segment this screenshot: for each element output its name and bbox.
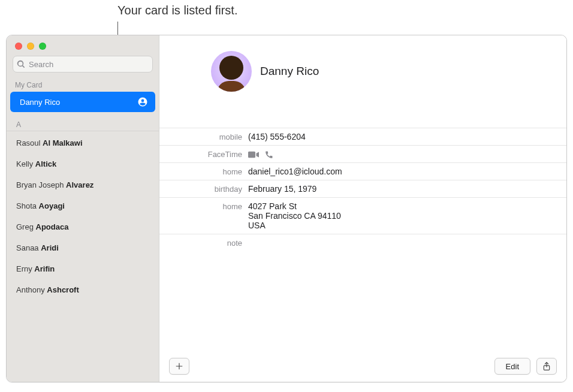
search-field[interactable]: [13, 56, 153, 73]
contact-row[interactable]: Rasoul Al Malkawi: [7, 132, 159, 153]
contact-row[interactable]: Greg Apodaca: [7, 216, 159, 237]
contact-first-name: Shota: [16, 201, 39, 210]
plus-icon: [175, 362, 183, 370]
contact-last-name: Altick: [35, 159, 56, 168]
my-card-name: Danny Rico: [20, 98, 60, 107]
contact-row[interactable]: Erny Arifin: [7, 258, 159, 279]
annotation-callout: Your card is listed first.: [117, 4, 237, 17]
contact-row[interactable]: Kelly Altick: [7, 153, 159, 174]
facetime-video-icon[interactable]: [248, 150, 259, 159]
contact-name: Danny Rico: [260, 65, 319, 78]
contact-row[interactable]: Anthony Ashcroft: [7, 279, 159, 300]
field-row-mobile: mobile (415) 555-6204: [159, 128, 566, 146]
detail-toolbar: Edit: [159, 351, 566, 382]
add-contact-button[interactable]: [169, 358, 189, 375]
window-controls: [7, 35, 159, 56]
contact-list: Rasoul Al MalkawiKelly AltickBryan Josep…: [7, 132, 159, 300]
field-label-mobile: mobile: [159, 132, 248, 141]
field-value-home-address[interactable]: 4027 Park St San Francisco CA 94110 USA: [248, 201, 566, 230]
facetime-actions: [248, 149, 566, 159]
contact-detail-pane: Danny Rico mobile (415) 555-6204 FaceTim…: [159, 35, 566, 382]
me-badge-icon: [137, 97, 148, 107]
my-card-section-header: My Card: [7, 80, 159, 92]
close-window-button[interactable]: [15, 43, 22, 50]
contact-first-name: Greg: [16, 222, 36, 231]
contact-last-name: Aridi: [41, 243, 59, 252]
contact-row[interactable]: Sanaa Aridi: [7, 237, 159, 258]
sidebar: My Card Danny Rico A Rasoul Al MalkawiKe…: [7, 35, 159, 382]
contact-last-name: Al Malkawi: [43, 138, 82, 147]
card-header: Danny Rico: [159, 35, 566, 98]
share-icon: [542, 361, 551, 371]
field-value-birthday: February 15, 1979: [248, 184, 566, 194]
field-row-birthday: birthday February 15, 1979: [159, 180, 566, 198]
contact-first-name: Erny: [16, 264, 34, 273]
card-fields: mobile (415) 555-6204 FaceTime home dani…: [159, 128, 566, 251]
field-label-facetime: FaceTime: [159, 149, 248, 159]
field-label-birthday: birthday: [159, 184, 248, 194]
field-value-mobile[interactable]: (415) 555-6204: [248, 132, 566, 141]
contact-first-name: Rasoul: [16, 138, 43, 147]
edit-button[interactable]: Edit: [494, 358, 530, 375]
field-row-home-address: home 4027 Park St San Francisco CA 94110…: [159, 198, 566, 234]
contacts-window: My Card Danny Rico A Rasoul Al MalkawiKe…: [6, 35, 567, 382]
contact-last-name: Alvarez: [66, 180, 94, 189]
contact-last-name: Ashcroft: [47, 285, 79, 294]
contact-last-name: Arifin: [34, 264, 55, 273]
contact-row[interactable]: Bryan Joseph Alvarez: [7, 174, 159, 195]
search-icon: [17, 60, 25, 68]
zoom-window-button[interactable]: [39, 43, 46, 50]
field-label-home-email: home: [159, 167, 248, 176]
share-button[interactable]: [536, 358, 557, 375]
contact-first-name: Bryan Joseph: [16, 180, 66, 189]
field-value-home-email[interactable]: daniel_rico1@icloud.com: [248, 167, 566, 176]
contact-row[interactable]: Shota Aoyagi: [7, 195, 159, 216]
contact-first-name: Sanaa: [16, 243, 41, 252]
contact-first-name: Kelly: [16, 159, 35, 168]
avatar[interactable]: [211, 51, 252, 92]
my-card-row[interactable]: Danny Rico: [10, 92, 155, 112]
alpha-section-a: A: [7, 112, 159, 131]
field-row-home-email: home daniel_rico1@icloud.com: [159, 163, 566, 180]
contact-last-name: Aoyagi: [39, 201, 65, 210]
field-label-note: note: [159, 238, 248, 248]
search-input[interactable]: [25, 58, 152, 71]
contact-last-name: Apodaca: [36, 222, 69, 231]
field-row-note: note: [159, 234, 566, 251]
field-label-home-address: home: [159, 201, 248, 211]
field-row-facetime: FaceTime: [159, 146, 566, 163]
contact-first-name: Anthony: [16, 285, 47, 294]
minimize-window-button[interactable]: [27, 43, 34, 50]
facetime-audio-icon[interactable]: [265, 150, 273, 159]
